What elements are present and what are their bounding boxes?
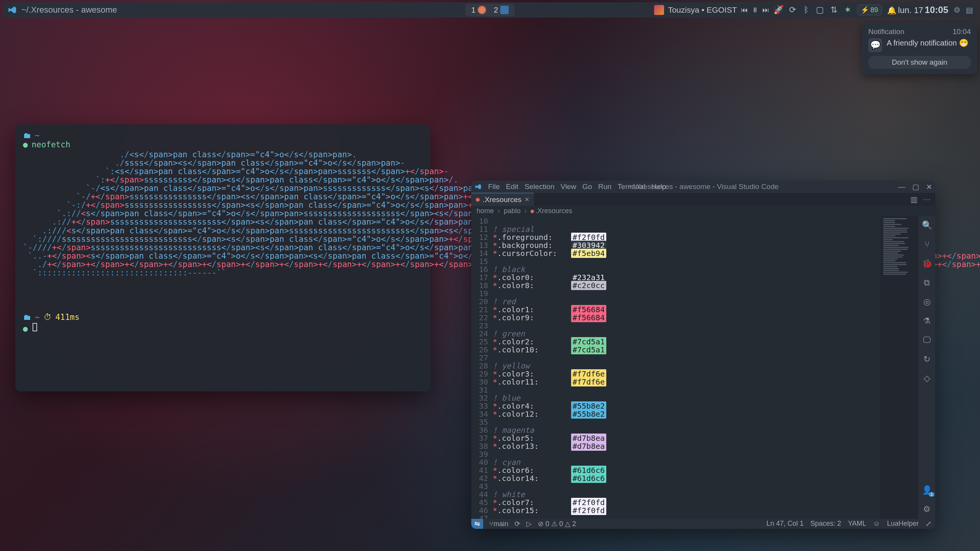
file-dot-icon (531, 210, 534, 213)
tag2-vscode-icon (500, 6, 509, 14)
screen-icon[interactable]: ▢ (816, 6, 824, 14)
debug-icon[interactable]: 🐞 (922, 259, 932, 269)
maximize-button[interactable]: ▢ (912, 183, 919, 191)
menu-selection[interactable]: Selection (524, 183, 554, 191)
app-icon[interactable]: ✶ (843, 6, 852, 14)
menubar: FileEditSelectionViewGoRunTerminalHelp ~… (471, 181, 935, 193)
indent-setting[interactable]: Spaces: 2 (811, 520, 841, 528)
network-icon[interactable]: ⇅ (830, 6, 838, 14)
tag-1[interactable]: 1 (468, 5, 489, 15)
search-icon[interactable]: 🔍 (922, 220, 932, 230)
sync-icon[interactable]: ⟳ (788, 6, 797, 14)
bluetooth-icon[interactable]: ᛒ (802, 6, 811, 14)
minimize-button[interactable]: — (898, 183, 905, 191)
album-art-icon (654, 5, 664, 15)
minimap[interactable] (880, 216, 918, 519)
vscode-icon (7, 5, 18, 15)
taglist: 1 2 (465, 4, 515, 16)
folder-icon: 🖿 (23, 131, 31, 140)
command-text: neofetch (32, 140, 70, 149)
prev-button[interactable]: ⏮ (741, 6, 748, 14)
battery-percentage: 89 (871, 6, 878, 14)
code-area[interactable]: ! special*.foreground: #f2f0fd*.backgrou… (493, 217, 880, 519)
tab-bar: .Xresources ✕ ▥ ⋯ (471, 193, 935, 206)
tab-label: .Xresources (483, 196, 521, 204)
file-dot-icon (476, 198, 480, 202)
clock-icon: ⏱ (44, 313, 52, 321)
crumb-home[interactable]: home (477, 207, 494, 215)
account-icon[interactable]: 👤1 (922, 485, 932, 495)
message-icon: 💬 (868, 38, 882, 52)
rocket-icon[interactable]: 🚀 (775, 6, 783, 14)
pause-button[interactable]: ⏸ (752, 6, 759, 14)
battery-widget[interactable]: ⚡ 89 (857, 5, 882, 15)
git-branch[interactable]: ⑂ main (489, 520, 508, 528)
notification-popup: Notification 10:04 💬 A friendly notifica… (862, 22, 977, 74)
crumb-user[interactable]: pablo (504, 207, 521, 215)
settings-icon[interactable]: ⚙ (954, 5, 960, 15)
tilde-icon: ~ (35, 313, 40, 321)
menu-file[interactable]: File (488, 183, 500, 191)
breadcrumbs[interactable]: home› pablo› .Xresources (471, 206, 935, 216)
language-mode[interactable]: YAML (848, 520, 866, 528)
menu-run[interactable]: Run (598, 183, 612, 191)
vscode-window: FileEditSelectionViewGoRunTerminalHelp ~… (471, 181, 935, 529)
source-control-icon[interactable]: ⑂ (925, 240, 930, 249)
terminal-cursor (33, 323, 37, 331)
exec-time: 411ms (55, 313, 80, 321)
activity-bar: 🔍 ⑂ 🐞 ⧉ ◎ ⚗ 🖵 ↻ ◇ 👤1 ⚙ (918, 216, 935, 519)
close-button[interactable]: ✕ (926, 183, 932, 191)
vscode-title: ~/.Xresources - awesome - Visual Studio … (628, 183, 778, 191)
editor[interactable]: 1011121314151617181920212223242526272829… (471, 216, 880, 519)
remote-indicator[interactable]: ⇋ (471, 519, 483, 529)
build-button[interactable]: ▷ (526, 520, 532, 528)
clock[interactable]: 🔔 lun. 17 10:05 (887, 5, 948, 15)
line-gutter: 1011121314151617181920212223242526272829… (471, 217, 493, 519)
notification-title: Notification (868, 28, 904, 36)
notification-message: A friendly notification 😁 (887, 38, 969, 52)
gear-icon[interactable]: ⚙ (923, 504, 931, 514)
menu-edit[interactable]: Edit (506, 183, 519, 191)
refresh-icon[interactable]: ↻ (923, 354, 930, 364)
prompt-bullet-icon: ● (23, 140, 28, 149)
tag1-avatar-icon (478, 6, 486, 14)
neofetch-output: ./<s</span>pan class</span>="c4">o</s</s… (23, 150, 423, 299)
sync-button[interactable]: ⟳ (514, 520, 520, 528)
tilde-icon: ~ (35, 131, 40, 140)
time-label: 10:05 (925, 5, 948, 15)
menu-go[interactable]: Go (582, 183, 592, 191)
folder-icon: 🖿 (23, 313, 31, 321)
next-button[interactable]: ⏭ (762, 6, 769, 14)
track-title: Touzisya • EGOIST (668, 5, 737, 15)
status-bar: ⇋ ⑂ main ⟳ ▷ ⊘ 0 ⚠ 0 △ 2 Ln 47, Col 1 Sp… (471, 519, 935, 529)
problems[interactable]: ⊘ 0 ⚠ 0 △ 2 (538, 520, 576, 528)
tag-icon[interactable]: ◇ (924, 373, 930, 383)
bell-icon: 🔔 (887, 6, 897, 15)
prompt-bullet-icon: ● (23, 324, 28, 333)
expand-icon[interactable]: ⤢ (926, 520, 931, 528)
cursor-position[interactable]: Ln 47, Col 1 (767, 520, 804, 528)
feedback-icon[interactable]: ☺ (873, 520, 880, 528)
notification-timestamp: 10:04 (952, 28, 971, 36)
tab-more-icon[interactable]: ⋯ (923, 195, 931, 204)
vscode-icon (474, 183, 482, 191)
remote-icon[interactable]: ◎ (923, 297, 931, 307)
top-panel: ~/.Xresources - awesome 1 2 Touzisya • E… (3, 2, 977, 18)
extensions-icon[interactable]: ⧉ (924, 278, 930, 288)
menu-view[interactable]: View (561, 183, 576, 191)
tab-close-icon[interactable]: ✕ (524, 196, 529, 203)
split-editor-icon[interactable]: ▥ (910, 195, 918, 204)
test-icon[interactable]: ⚗ (923, 316, 931, 326)
lua-helper[interactable]: LuaHelper (887, 520, 919, 528)
crumb-file[interactable]: .Xresources (536, 207, 572, 215)
monitor-icon[interactable]: 🖵 (923, 335, 931, 345)
charging-icon: ⚡ (861, 6, 869, 14)
layout-icon[interactable]: ▤ (966, 5, 973, 15)
terminal-window[interactable]: 🖿 ~ ● neofetch ./<s</span>pan class</spa… (15, 124, 430, 391)
tab-xresources[interactable]: .Xresources ✕ (471, 193, 534, 206)
dismiss-button[interactable]: Don't show again (868, 56, 971, 69)
tag-2[interactable]: 2 (491, 5, 512, 15)
now-playing: Touzisya • EGOIST ⏮ ⏸ ⏭ (654, 5, 769, 15)
date-label: lun. 17 (898, 5, 923, 15)
window-title: ~/.Xresources - awesome (21, 5, 117, 15)
